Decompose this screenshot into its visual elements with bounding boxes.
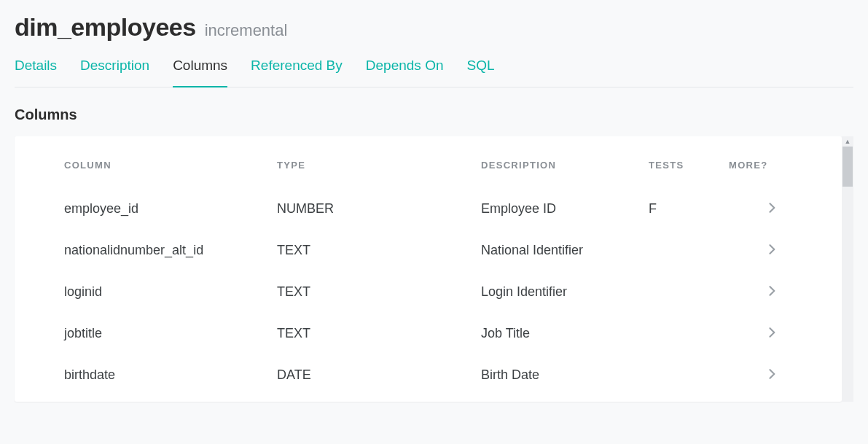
scrollbar[interactable]: ▲ <box>842 136 853 402</box>
table-row: loginid TEXT Login Identifier <box>15 271 842 313</box>
page-title: dim_employees <box>15 13 196 42</box>
tab-sql[interactable]: SQL <box>466 58 494 87</box>
cell-tests <box>649 313 729 354</box>
table-row: employee_id NUMBER Employee ID F <box>15 188 842 230</box>
tab-columns[interactable]: Columns <box>173 58 227 87</box>
cell-column: birthdate <box>15 354 277 396</box>
chevron-right-icon[interactable] <box>769 369 776 379</box>
table-row: birthdate DATE Birth Date <box>15 354 842 396</box>
scroll-up-icon[interactable]: ▲ <box>842 136 853 147</box>
cell-type: TEXT <box>277 271 481 313</box>
table-row: nationalidnumber_alt_id TEXT National Id… <box>15 230 842 271</box>
cell-column: nationalidnumber_alt_id <box>15 230 277 271</box>
page-header: dim_employees incremental <box>15 13 853 42</box>
cell-tests <box>649 354 729 396</box>
chevron-right-icon[interactable] <box>769 244 776 254</box>
table-header-row: COLUMN TYPE DESCRIPTION TESTS MORE? <box>15 142 842 188</box>
cell-column: employee_id <box>15 188 277 230</box>
tab-description[interactable]: Description <box>80 58 149 87</box>
tab-referenced-by[interactable]: Referenced By <box>251 58 343 87</box>
cell-description: Job Title <box>481 313 649 354</box>
cell-tests <box>649 230 729 271</box>
page-subtitle: incremental <box>205 21 288 40</box>
columns-table: COLUMN TYPE DESCRIPTION TESTS MORE? empl… <box>15 142 842 396</box>
chevron-right-icon[interactable] <box>769 286 776 296</box>
cell-tests: F <box>649 188 729 230</box>
tab-details[interactable]: Details <box>15 58 57 87</box>
cell-column: loginid <box>15 271 277 313</box>
scrollbar-thumb[interactable] <box>842 147 853 187</box>
cell-type: NUMBER <box>277 188 481 230</box>
chevron-right-icon[interactable] <box>769 203 776 213</box>
cell-description: National Identifier <box>481 230 649 271</box>
cell-description: Login Identifier <box>481 271 649 313</box>
tab-depends-on[interactable]: Depends On <box>366 58 444 87</box>
th-type: TYPE <box>277 142 481 188</box>
cell-type: TEXT <box>277 313 481 354</box>
cell-description: Employee ID <box>481 188 649 230</box>
table-row: jobtitle TEXT Job Title <box>15 313 842 354</box>
cell-type: TEXT <box>277 230 481 271</box>
cell-column: jobtitle <box>15 313 277 354</box>
columns-panel: COLUMN TYPE DESCRIPTION TESTS MORE? empl… <box>15 136 842 402</box>
th-description: DESCRIPTION <box>481 142 649 188</box>
cell-description: Birth Date <box>481 354 649 396</box>
chevron-right-icon[interactable] <box>769 327 776 338</box>
section-title: Columns <box>15 106 853 123</box>
th-column: COLUMN <box>15 142 277 188</box>
tabs-nav: Details Description Columns Referenced B… <box>15 58 853 87</box>
cell-tests <box>649 271 729 313</box>
cell-type: DATE <box>277 354 481 396</box>
th-more: MORE? <box>729 142 842 188</box>
th-tests: TESTS <box>649 142 729 188</box>
